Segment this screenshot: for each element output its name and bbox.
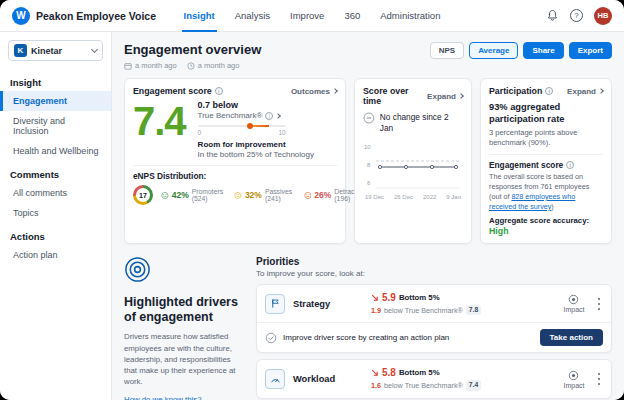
priority-score: 5.9 <box>382 292 396 303</box>
chart-x-labels: 19 Dec 26 Dec 2022 9 Jan <box>363 194 463 200</box>
gauge-score-marker <box>247 123 253 129</box>
info-icon[interactable] <box>215 87 223 95</box>
sidebar-item-health[interactable]: Health and Wellbeing <box>0 141 111 161</box>
accuracy-label: Aggregate score accuracy: <box>489 216 603 225</box>
clock-icon <box>187 62 195 70</box>
score-over-time-title: Score over time <box>363 86 427 106</box>
score-gauge: 0 10 <box>198 125 286 136</box>
detractors-pct: 26% <box>314 190 331 200</box>
x-label: 2022 <box>423 194 436 200</box>
sidebar-section-comments: Comments <box>0 161 111 183</box>
priority-rank: Bottom 5% <box>399 293 440 302</box>
enps-distribution: 17 42% Promoters (524) 32% Passives (241… <box>133 185 337 205</box>
priority-rank: Bottom 5% <box>399 368 440 377</box>
outcomes-link[interactable]: Outcomes <box>291 87 337 96</box>
priority-diff: 1.9 <box>371 306 381 315</box>
sidebar: K Kinetar Insight Engagement Diversity a… <box>0 32 112 400</box>
help-icon[interactable] <box>570 9 583 22</box>
kebab-menu-icon[interactable] <box>595 296 604 313</box>
priority-diff: 1.6 <box>371 381 381 390</box>
action-suggestion-text: Improve driver score by creating an acti… <box>283 333 534 342</box>
main-content: Engagement overview a month ago a month … <box>112 32 624 400</box>
svg-text:8: 8 <box>367 162 371 168</box>
priority-name[interactable]: Strategy <box>293 299 363 309</box>
nav-analysis[interactable]: Analysis <box>233 0 272 32</box>
participation-expand-link[interactable]: Expand <box>567 87 603 96</box>
sidebar-section-actions: Actions <box>0 223 111 245</box>
drivers-intro: Highlighted drivers of engagement Driver… <box>124 256 242 400</box>
room-improvement-title: Room for improvement <box>198 140 314 149</box>
take-action-button[interactable]: Take action <box>540 329 603 346</box>
trend-status: No change since 2 Jan <box>363 112 463 134</box>
nav-360[interactable]: 360 <box>342 0 362 32</box>
target-circles-icon <box>124 256 151 283</box>
primary-nav: Insight Analysis Improve 360 Administrat… <box>182 0 443 32</box>
created-meta: a month ago <box>124 61 177 70</box>
priority-benchmark-row: 1.9 below True Benchmark® 7.8 <box>371 305 555 315</box>
workday-logo-icon <box>12 7 30 25</box>
info-icon[interactable] <box>566 161 574 169</box>
engagement-card-title-text: Engagement score <box>133 86 212 96</box>
info-icon[interactable] <box>545 87 553 95</box>
impact-indicator[interactable]: Impact <box>563 370 584 389</box>
nps-button[interactable]: NPS <box>430 42 464 59</box>
priority-score: 5.8 <box>382 367 396 378</box>
workload-icon <box>265 369 285 389</box>
participation-note: 3 percentage points above benchmark (90%… <box>489 128 603 148</box>
neutral-face-icon <box>234 190 242 201</box>
chevron-right-icon[interactable] <box>276 113 282 119</box>
engagement-score-card: Engagement score Outcomes 7.4 0.7 below <box>124 78 346 244</box>
participation-body-suffix: ) <box>551 202 553 211</box>
arrow-down-right-icon <box>371 294 379 302</box>
arrow-down-right-icon <box>371 369 379 377</box>
sidebar-item-action-plan[interactable]: Action plan <box>0 245 111 265</box>
average-button[interactable]: Average <box>469 42 518 59</box>
promoters-pct: 42% <box>172 190 189 200</box>
priority-name[interactable]: Workload <box>293 374 363 384</box>
sidebar-section-insight: Insight <box>0 69 111 91</box>
notifications-bell-icon[interactable] <box>546 9 559 22</box>
x-label: 19 Dec <box>365 194 384 200</box>
user-avatar[interactable]: HB <box>594 7 612 25</box>
participation-title-row: Participation <box>489 86 553 96</box>
chevron-down-icon <box>91 46 98 53</box>
page-meta: a month ago a month ago <box>124 61 261 70</box>
svg-text:10: 10 <box>364 144 371 150</box>
export-button[interactable]: Export <box>569 42 612 59</box>
drivers-description: Drivers measure how satisfied employees … <box>124 331 242 387</box>
priorities-subtitle: To improve your score, look at: <box>256 269 612 278</box>
accuracy-value: High <box>489 226 603 236</box>
share-button[interactable]: Share <box>523 42 563 59</box>
svg-text:6: 6 <box>367 180 371 186</box>
expand-link-text: Expand <box>567 87 596 96</box>
how-do-we-know-link[interactable]: How do we know this? <box>124 395 202 400</box>
priority-card-workload: Workload 5.8 Bottom 5% 1.6 below True Be… <box>256 359 612 398</box>
nav-improve[interactable]: Improve <box>288 0 326 32</box>
trend-status-text: No change since 2 Jan <box>380 112 463 134</box>
chevron-right-icon <box>332 88 338 94</box>
sidebar-item-all-comments[interactable]: All comments <box>0 183 111 203</box>
impact-icon <box>568 294 579 305</box>
benchmark-badge: 7.4 <box>466 380 481 390</box>
participation-body: The overall score is based on responses … <box>489 172 603 211</box>
sidebar-item-engagement[interactable]: Engagement <box>0 91 111 111</box>
engagement-score-value: 7.4 <box>133 100 186 159</box>
org-switcher[interactable]: K Kinetar <box>8 40 103 61</box>
score-over-time-expand-link[interactable]: Expand <box>427 92 463 101</box>
sidebar-item-topics[interactable]: Topics <box>0 203 111 223</box>
priorities-title: Priorities <box>256 256 612 267</box>
impact-label: Impact <box>563 306 584 313</box>
x-label: 9 Jan <box>446 194 461 200</box>
impact-indicator[interactable]: Impact <box>563 294 584 313</box>
kebab-menu-icon[interactable] <box>595 371 604 388</box>
gauge-max-label: 10 <box>278 129 285 136</box>
score-trend-chart: 10 8 6 <box>363 138 463 194</box>
x-label: 26 Dec <box>394 194 413 200</box>
nav-insight[interactable]: Insight <box>182 0 217 32</box>
gauge-min-label: 0 <box>198 129 202 136</box>
outcomes-link-text: Outcomes <box>291 87 330 96</box>
participation-rate: 93% aggregated participation rate <box>489 101 603 125</box>
sidebar-item-diversity[interactable]: Diversity and Inclusion <box>0 111 111 141</box>
nav-administration[interactable]: Administration <box>378 0 442 32</box>
info-icon[interactable] <box>265 112 273 120</box>
